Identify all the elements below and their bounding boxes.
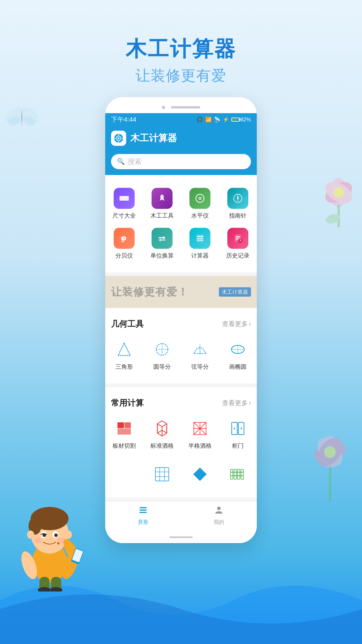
page-title-main: 木工计算器 — [0, 35, 362, 63]
tool-item-fence[interactable] — [219, 460, 257, 489]
history-icon — [227, 228, 248, 249]
tool-item-calc[interactable]: 计算器 — [181, 224, 219, 264]
svg-point-91 — [57, 542, 59, 545]
tool-item-board-cut[interactable]: 板材切割 — [105, 414, 143, 454]
tool-item-level[interactable]: 水平仪 — [181, 184, 219, 224]
page-title-sub: 让装修更有爱 — [0, 66, 362, 85]
signal-icon: 📡 — [214, 116, 220, 123]
svg-rect-14 — [124, 196, 125, 198]
tool-item-diamond[interactable] — [181, 460, 219, 489]
app-name: 木工计算器 — [130, 132, 177, 145]
svg-rect-55 — [117, 429, 131, 435]
tool-label-calc: 计算器 — [191, 252, 209, 260]
tool-item-cabinet[interactable]: 柜门 — [219, 414, 257, 454]
calc-section-more[interactable]: 查看更多 › — [222, 399, 251, 407]
svg-point-78 — [217, 507, 221, 510]
board-cut-icon — [114, 418, 135, 439]
svg-point-86 — [54, 533, 58, 537]
geometry-section-more[interactable]: 查看更多 › — [222, 320, 251, 328]
main-tools-section: 尺寸大全 木工工具 — [105, 175, 257, 272]
dots-grid-icon — [152, 464, 173, 485]
phone-top-bar — [105, 97, 257, 113]
fence-icon — [227, 464, 248, 485]
character-illustration — [9, 481, 90, 592]
svg-point-61 — [234, 428, 235, 429]
svg-rect-23 — [121, 237, 124, 240]
svg-rect-75 — [140, 507, 147, 508]
tool-item-tools[interactable]: 木工工具 — [143, 184, 181, 224]
svg-rect-32 — [197, 240, 199, 241]
chevron-right-icon2: › — [249, 399, 251, 407]
tool-label-tools: 木工工具 — [150, 212, 174, 220]
geometry-tools-grid: 三角形 圆等分 — [105, 332, 257, 378]
calc-section: 常用计算 查看更多 › 板材切割 — [105, 387, 257, 498]
calc-section-title: 常用计算 — [111, 398, 144, 409]
svg-rect-71 — [238, 469, 240, 479]
tool-label-decibel: 分贝仪 — [115, 252, 133, 260]
svg-rect-33 — [199, 240, 201, 241]
battery-fill — [232, 118, 238, 121]
svg-marker-43 — [118, 343, 130, 356]
compass-icon — [227, 188, 248, 209]
app-screen: 下午4:44 🎧 📶 📡 ⚡ 82% — [105, 113, 257, 531]
flower-decoration-right — [315, 169, 362, 233]
tab-bar: 异形 我的 — [105, 501, 257, 531]
phone-camera — [162, 106, 165, 109]
tool-item-triangle[interactable]: 三角形 — [105, 335, 143, 375]
svg-rect-13 — [122, 196, 123, 198]
status-icons: 🎧 📶 📡 ⚡ 82% — [196, 116, 251, 123]
search-placeholder-text: 搜索 — [128, 157, 142, 166]
search-input[interactable]: 🔍 搜索 — [111, 154, 251, 169]
svg-rect-15 — [126, 196, 126, 198]
svg-rect-35 — [201, 236, 203, 237]
status-bar: 下午4:44 🎧 📶 📡 ⚡ 82% — [105, 113, 257, 126]
svg-rect-72 — [241, 469, 243, 479]
tool-label-compass: 指南针 — [229, 212, 247, 220]
lightning-icon: ⚡ — [223, 116, 229, 123]
tool-item-grid-half[interactable]: 半格酒格 — [181, 414, 219, 454]
tool-label-history: 历史记录 — [226, 252, 249, 260]
wifi-icon: 📶 — [205, 116, 212, 123]
geometry-section: 几何工具 查看更多 › 三角形 — [105, 308, 257, 384]
main-tools-grid: 尺寸大全 木工工具 — [105, 181, 257, 267]
search-bar-container: 🔍 搜索 — [105, 150, 257, 175]
arc-divide-icon — [189, 339, 210, 360]
chevron-right-icon: › — [249, 320, 251, 328]
tool-item-grid-std[interactable]: 标准酒格 — [143, 414, 181, 454]
tool-item-arc-divide[interactable]: 弦等分 — [181, 335, 219, 375]
tool-item-history[interactable]: 历史记录 — [219, 224, 257, 264]
svg-point-89 — [34, 538, 42, 543]
decibel-icon — [114, 228, 135, 249]
geometry-section-title: 几何工具 — [111, 318, 144, 330]
tool-item-decibel[interactable]: 分贝仪 — [105, 224, 143, 264]
tool-item-compass[interactable]: 指南针 — [219, 184, 257, 224]
calc-section-header: 常用计算 查看更多 › — [105, 393, 257, 411]
tool-label-grid-half: 半格酒格 — [188, 442, 212, 450]
svg-rect-38 — [236, 238, 240, 239]
svg-rect-29 — [197, 238, 199, 239]
tool-label-circle-divide: 圆等分 — [153, 363, 171, 371]
svg-point-104 — [333, 187, 344, 198]
tool-item-convert[interactable]: 单位换算 — [143, 224, 181, 264]
flower-decoration-bottom-right — [298, 423, 362, 510]
calc-tools-grid: 板材切割 — [105, 411, 257, 457]
bottom-partial-grid — [105, 457, 257, 492]
calc-icon — [189, 228, 210, 249]
tab-item-mine[interactable]: 我的 — [214, 505, 224, 526]
headphone-icon: 🎧 — [196, 116, 203, 123]
status-time: 下午4:44 — [111, 115, 136, 124]
tool-label-convert: 单位换算 — [150, 252, 174, 260]
app-logo — [111, 131, 126, 146]
tool-item-ruler[interactable]: 尺寸大全 — [105, 184, 143, 224]
tab-item-yixing[interactable]: 异形 — [138, 505, 148, 526]
tool-item-dots-grid[interactable] — [143, 460, 181, 489]
grid-std-icon — [152, 418, 173, 439]
tool-item-ellipse[interactable]: 画椭圆 — [219, 335, 257, 375]
svg-rect-28 — [197, 236, 200, 237]
page-header: 木工计算器 让装修更有爱 — [0, 0, 362, 97]
tool-item-circle-divide[interactable]: 圆等分 — [143, 335, 181, 375]
cabinet-icon — [227, 418, 248, 439]
tab-list-icon — [138, 505, 148, 517]
phone-bottom — [105, 531, 257, 543]
tool-label-ellipse: 画椭圆 — [229, 363, 247, 371]
